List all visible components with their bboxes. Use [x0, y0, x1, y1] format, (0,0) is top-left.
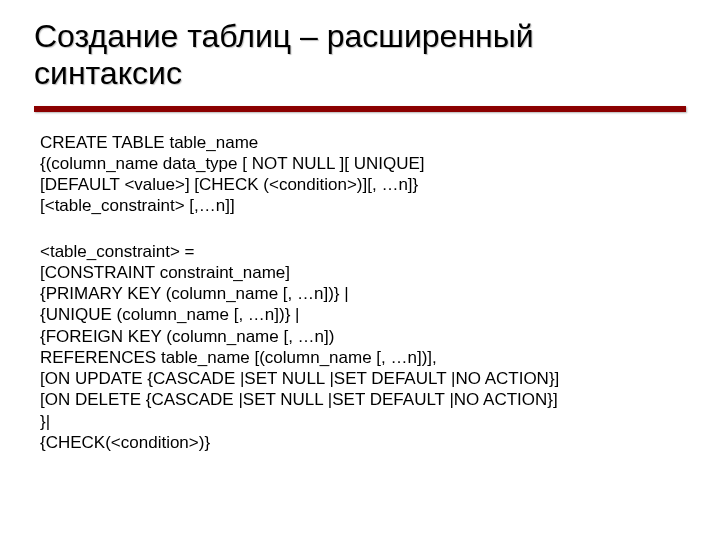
slide-title: Создание таблиц – расширенный синтаксис	[34, 18, 686, 92]
title-underline	[34, 106, 686, 112]
syntax-block-create-table: CREATE TABLE table_name {(column_name da…	[40, 132, 680, 217]
syntax-block-table-constraint: <table_constraint> = [CONSTRAINT constra…	[40, 241, 680, 454]
slide: Создание таблиц – расширенный синтаксис …	[0, 0, 720, 540]
slide-body: CREATE TABLE table_name {(column_name da…	[34, 132, 686, 454]
